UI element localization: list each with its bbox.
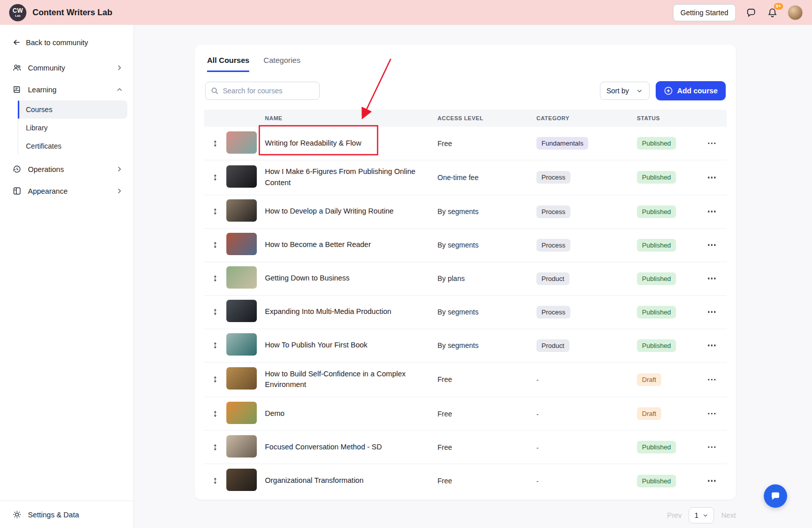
sort-by-dropdown[interactable]: Sort by	[600, 82, 650, 100]
sidebar-item-certificates[interactable]: Certificates	[18, 137, 127, 155]
table-row[interactable]: Writing for Readability & Flow Free Fund…	[204, 127, 727, 160]
drag-handle-icon[interactable]	[204, 275, 226, 282]
sidebar-item-community[interactable]: Community	[0, 57, 133, 79]
course-name: Demo	[265, 402, 437, 426]
col-access-level: ACCESS LEVEL	[437, 115, 536, 121]
table-body: Writing for Readability & Flow Free Fund…	[204, 127, 727, 498]
notifications-icon[interactable]: 9+	[766, 7, 779, 19]
sidebar-nav: Community Learning Courses Library Certi…	[0, 57, 133, 202]
table-row[interactable]: How to Develop a Daily Writing Routine B…	[204, 195, 727, 229]
drag-handle-icon[interactable]	[204, 376, 226, 383]
chevron-right-icon	[116, 187, 123, 195]
category-badge: Product	[536, 339, 569, 352]
sidebar: Back to community Community Learning Cou…	[0, 25, 134, 528]
search-input[interactable]	[223, 87, 315, 95]
row-menu-button[interactable]	[697, 413, 727, 415]
row-menu-button[interactable]	[697, 277, 727, 279]
drag-handle-icon[interactable]	[204, 241, 226, 249]
access-level: By segments	[437, 207, 536, 216]
course-name: How to Become a Better Reader	[265, 233, 437, 257]
table-row[interactable]: How To Publish Your First Book By segmen…	[204, 329, 727, 363]
avatar[interactable]	[788, 5, 803, 20]
access-level: By segments	[437, 241, 536, 249]
category-badge: Process	[536, 171, 570, 184]
row-menu-button[interactable]	[697, 210, 727, 213]
settings-and-data-link[interactable]: Settings & Data	[0, 501, 133, 528]
row-menu-button[interactable]	[697, 480, 727, 482]
table-row[interactable]: Focused Conversation Method - SD Free - …	[204, 431, 727, 464]
row-menu-button[interactable]	[697, 244, 727, 246]
drag-handle-icon[interactable]	[204, 208, 226, 215]
tabs: All Courses Categories	[195, 45, 736, 72]
tab-all-courses[interactable]: All Courses	[207, 56, 249, 72]
drag-handle-icon[interactable]	[204, 477, 226, 484]
col-category: CATEGORY	[536, 115, 637, 121]
sidebar-item-courses[interactable]: Courses	[18, 100, 127, 119]
tab-categories[interactable]: Categories	[263, 56, 300, 72]
table-row[interactable]: Expanding Into Multi-Media Production By…	[204, 296, 727, 329]
category-badge: Process	[536, 239, 570, 252]
table-row[interactable]: How to Become a Better Reader By segment…	[204, 229, 727, 262]
table-row[interactable]: Getting Down to Business By plans Produc…	[204, 262, 727, 296]
row-menu-button[interactable]	[697, 177, 727, 179]
drag-handle-icon[interactable]	[204, 444, 226, 451]
table-row[interactable]: Organizational Transformation Free - Pub…	[204, 464, 727, 498]
pagination: Prev 1 Next	[134, 507, 736, 523]
course-name: How To Publish Your First Book	[265, 334, 437, 357]
settings-label: Settings & Data	[28, 511, 79, 519]
row-menu-button[interactable]	[697, 446, 727, 448]
toolbar-right: Sort by Add course	[600, 81, 726, 100]
messages-icon[interactable]	[745, 7, 757, 19]
sidebar-item-learning[interactable]: Learning	[0, 79, 133, 100]
drag-handle-icon[interactable]	[204, 308, 226, 315]
chevron-right-icon	[116, 64, 123, 72]
access-level: Free	[437, 477, 536, 485]
access-level: One-time fee	[437, 173, 536, 182]
status-badge: Published	[637, 171, 676, 184]
course-name: Getting Down to Business	[265, 267, 437, 290]
prev-button[interactable]: Prev	[667, 511, 682, 519]
chevron-right-icon	[116, 165, 123, 173]
course-thumbnail	[226, 469, 257, 491]
sidebar-item-operations[interactable]: Operations	[0, 158, 133, 180]
current-page: 1	[694, 511, 698, 519]
back-to-community-link[interactable]: Back to community	[0, 25, 133, 57]
course-thumbnail	[226, 333, 257, 356]
sidebar-item-library[interactable]: Library	[18, 119, 127, 137]
add-course-button[interactable]: Add course	[656, 81, 726, 100]
access-level: Free	[437, 443, 536, 451]
chat-bubble-icon	[770, 490, 781, 502]
topbar-left: CW Lab Content Writers Lab	[9, 4, 112, 21]
gear-icon	[12, 510, 22, 519]
getting-started-button[interactable]: Getting Started	[673, 4, 736, 21]
course-name: Writing for Readability & Flow	[265, 132, 437, 155]
drag-handle-icon[interactable]	[204, 410, 226, 417]
status-badge: Published	[637, 205, 676, 218]
back-arrow-icon	[12, 38, 21, 47]
course-thumbnail	[226, 300, 257, 322]
table-row[interactable]: How to Build Self-Confidence in a Comple…	[204, 363, 727, 398]
sidebar-item-label: Appearance	[28, 187, 67, 195]
app-logo[interactable]: CW Lab	[9, 4, 26, 21]
status-badge: Published	[637, 475, 676, 487]
category-badge: Process	[536, 306, 570, 319]
row-menu-button[interactable]	[697, 311, 727, 313]
sidebar-item-appearance[interactable]: Appearance	[0, 180, 133, 202]
drag-handle-icon[interactable]	[204, 140, 226, 147]
table-row[interactable]: How I Make 6-Figures From Publishing Onl…	[204, 160, 727, 195]
chat-widget-button[interactable]	[764, 484, 787, 508]
table-row[interactable]: Demo Free - Draft	[204, 397, 727, 431]
status-badge: Draft	[637, 407, 661, 420]
course-name: Focused Conversation Method - SD	[265, 436, 437, 459]
category-badge: -	[536, 410, 538, 418]
next-button[interactable]: Next	[721, 511, 736, 519]
page-select[interactable]: 1	[689, 507, 714, 523]
logo-sub-text: Lab	[15, 14, 21, 17]
sidebar-item-label: Operations	[28, 165, 64, 173]
row-menu-button[interactable]	[697, 379, 727, 381]
row-menu-button[interactable]	[697, 344, 727, 346]
drag-handle-icon[interactable]	[204, 342, 226, 349]
search-icon	[211, 87, 219, 95]
row-menu-button[interactable]	[697, 143, 727, 145]
drag-handle-icon[interactable]	[204, 174, 226, 181]
